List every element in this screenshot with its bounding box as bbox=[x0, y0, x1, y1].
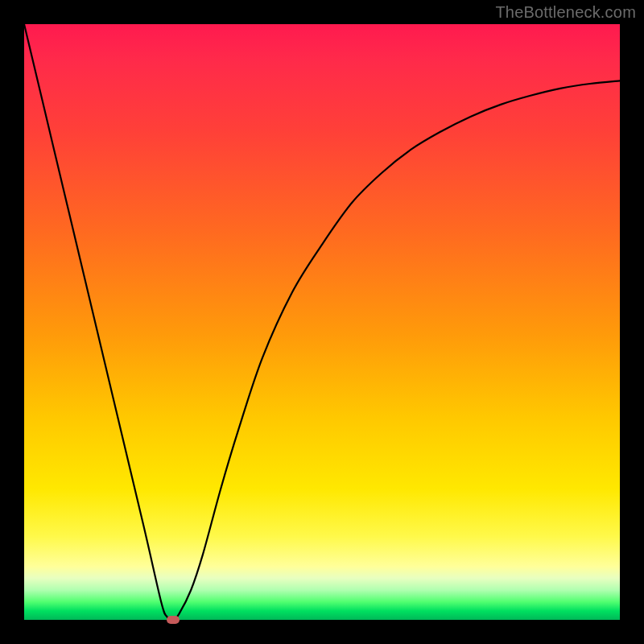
chart-frame: TheBottleneck.com bbox=[0, 0, 644, 644]
optimal-marker bbox=[167, 616, 180, 624]
attribution-text: TheBottleneck.com bbox=[495, 3, 636, 22]
plot-area bbox=[24, 24, 620, 620]
bottleneck-curve bbox=[24, 24, 620, 620]
